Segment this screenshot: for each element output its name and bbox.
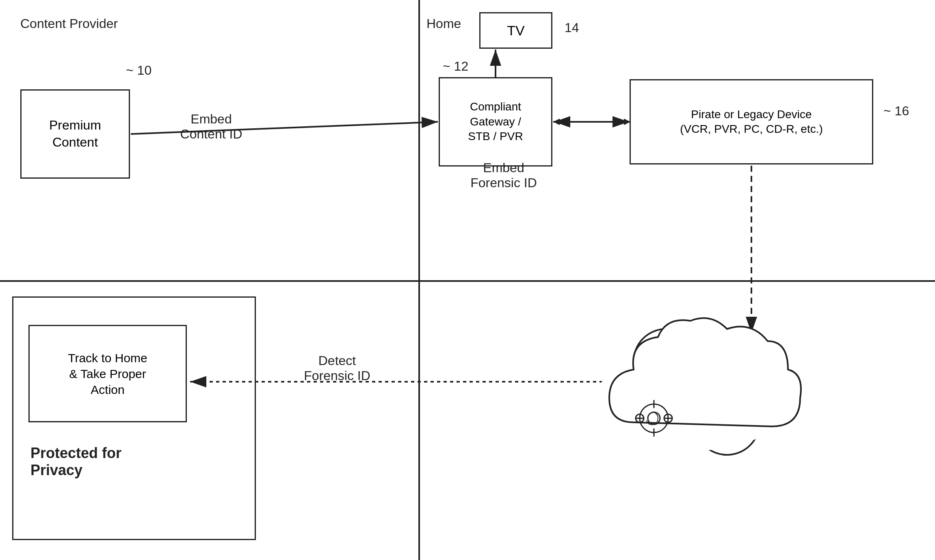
svg-marker-7 <box>553 119 560 125</box>
vertical-divider-bottom <box>418 280 420 560</box>
svg-point-20 <box>636 414 644 422</box>
pirate-device-box: Pirate or Legacy Device (VCR, PVR, PC, C… <box>630 79 873 164</box>
svg-point-21 <box>664 414 672 422</box>
svg-point-16 <box>695 390 760 455</box>
svg-point-18 <box>640 404 668 432</box>
svg-point-17 <box>597 345 792 451</box>
ref-12: ~ 12 <box>443 59 468 74</box>
compliant-gateway-box: Compliant Gateway / STB / PVR <box>439 77 552 166</box>
svg-point-13 <box>634 329 699 394</box>
svg-point-19 <box>648 412 660 424</box>
content-provider-label: Content Provider <box>20 16 118 31</box>
horizontal-divider <box>0 280 935 282</box>
embed-content-id-label: EmbedContent ID <box>154 112 268 142</box>
svg-point-15 <box>705 355 782 432</box>
internet-label: Internet <box>642 390 686 405</box>
ref-14: 14 <box>565 20 579 35</box>
svg-point-14 <box>680 331 749 400</box>
vertical-divider-top <box>418 0 420 280</box>
track-home-box: Track to Home & Take Proper Action <box>28 325 187 422</box>
detect-forensic-id-label: DetectForensic ID <box>276 353 398 383</box>
premium-content-box: Premium Content <box>20 89 130 179</box>
home-label: Home <box>426 16 461 31</box>
ref-16: ~ 16 <box>883 104 909 119</box>
embed-forensic-id-label: EmbedForensic ID <box>447 160 561 190</box>
protected-privacy-label: Protected for Privacy <box>30 445 121 479</box>
ref-10: ~ 10 <box>126 63 152 78</box>
diagram: Content Provider Home ~ 10 Premium Conte… <box>0 0 935 560</box>
tv-box: TV <box>479 12 552 49</box>
